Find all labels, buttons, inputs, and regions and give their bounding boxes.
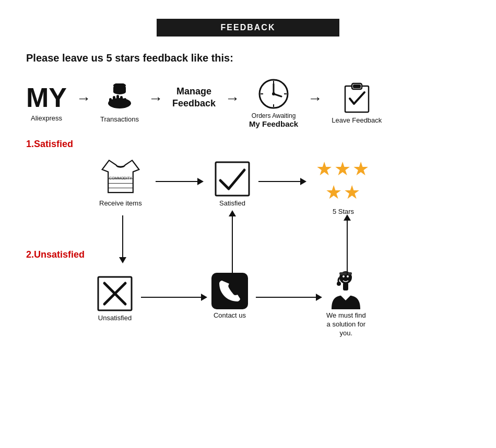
solution-label: We must finda solution foryou. bbox=[326, 311, 366, 338]
flow-item-transactions: Transactions bbox=[100, 83, 139, 124]
leave-feedback-label: Leave Feedback bbox=[332, 116, 382, 125]
satisfied-label: Satisfied bbox=[219, 199, 245, 208]
header-bar: FEEDBACK bbox=[157, 19, 339, 37]
unsatisfied-xbox: Unsatisfied bbox=[97, 275, 133, 323]
solution-person: We must finda solution foryou. bbox=[326, 270, 366, 338]
manage-feedback-icon: ManageFeedback bbox=[172, 83, 216, 112]
check-icon bbox=[214, 161, 251, 199]
arrow-phone-person bbox=[256, 294, 322, 301]
clock-icon bbox=[258, 79, 289, 109]
contact-us-phone: Contact us bbox=[211, 273, 248, 320]
receive-items: COMMODITY Receive items bbox=[99, 158, 142, 208]
arrow-2: → bbox=[148, 90, 163, 107]
svg-rect-2 bbox=[113, 96, 115, 105]
satisfied-header: 1.Satisfied bbox=[26, 139, 475, 150]
svg-rect-36 bbox=[343, 283, 348, 290]
intro-text: Please leave us 5 stars feedback like th… bbox=[26, 52, 475, 64]
person-icon bbox=[329, 270, 363, 311]
flow-item-leave-feedback: Leave Feedback bbox=[332, 82, 382, 125]
orders-label: Orders Awaiting My Feedback bbox=[249, 112, 298, 128]
star-4: ★ bbox=[325, 181, 342, 203]
transactions-icon bbox=[104, 83, 135, 112]
svg-point-37 bbox=[337, 282, 341, 286]
phone-icon bbox=[211, 273, 248, 311]
svg-text:COMMODITY: COMMODITY bbox=[109, 176, 132, 180]
arrow-shirt-check bbox=[156, 178, 204, 185]
svg-rect-1 bbox=[109, 98, 112, 105]
flow-item-aliexpress: MY Aliexpress bbox=[26, 84, 67, 123]
svg-rect-4 bbox=[120, 96, 123, 105]
star-1: ★ bbox=[316, 158, 333, 180]
star-3: ★ bbox=[352, 158, 369, 180]
arrow-1: → bbox=[76, 90, 91, 107]
five-stars: ★ ★ ★ ★ ★ 5 Stars bbox=[316, 158, 371, 216]
satisfied-check: Satisfied bbox=[214, 161, 251, 208]
svg-point-34 bbox=[347, 275, 349, 277]
clipboard-icon bbox=[343, 82, 371, 113]
receive-items-label: Receive items bbox=[99, 199, 142, 208]
arrow-4: → bbox=[308, 90, 322, 107]
svg-point-33 bbox=[343, 275, 345, 277]
arrow-check-stars bbox=[258, 178, 306, 185]
star-5: ★ bbox=[344, 181, 360, 203]
contact-us-label: Contact us bbox=[214, 311, 246, 320]
svg-rect-3 bbox=[116, 95, 119, 105]
flow-item-orders: Orders Awaiting My Feedback bbox=[249, 79, 298, 128]
x-icon bbox=[97, 275, 133, 314]
svg-rect-5 bbox=[124, 98, 126, 105]
arrow-up-satisfied bbox=[229, 210, 236, 274]
stars-group: ★ ★ ★ ★ ★ bbox=[316, 158, 371, 203]
arrow-down-unsatisfied bbox=[119, 215, 126, 263]
flow-item-manage: ManageFeedback bbox=[172, 83, 216, 124]
page-title: FEEDBACK bbox=[221, 23, 276, 32]
svg-rect-22 bbox=[353, 84, 361, 88]
unsatisfied-label: Unsatisfied bbox=[98, 314, 132, 323]
shirt-icon: COMMODITY bbox=[100, 158, 141, 199]
manage-label bbox=[193, 115, 195, 124]
diagram-area: COMMODITY Receive items Sati bbox=[26, 158, 475, 382]
unsatisfied-header: 2.Unsatisfied bbox=[26, 249, 85, 260]
aliexpress-label: Aliexpress bbox=[31, 114, 62, 123]
arrow-3: → bbox=[225, 90, 240, 107]
star-2: ★ bbox=[334, 158, 351, 180]
svg-rect-27 bbox=[216, 162, 249, 196]
arrow-up-stars bbox=[344, 214, 351, 275]
flow-row: MY Aliexpress → bbox=[26, 79, 475, 128]
transactions-label: Transactions bbox=[100, 115, 139, 124]
arrow-xbox-phone bbox=[141, 294, 207, 301]
my-icon: MY bbox=[26, 84, 67, 111]
